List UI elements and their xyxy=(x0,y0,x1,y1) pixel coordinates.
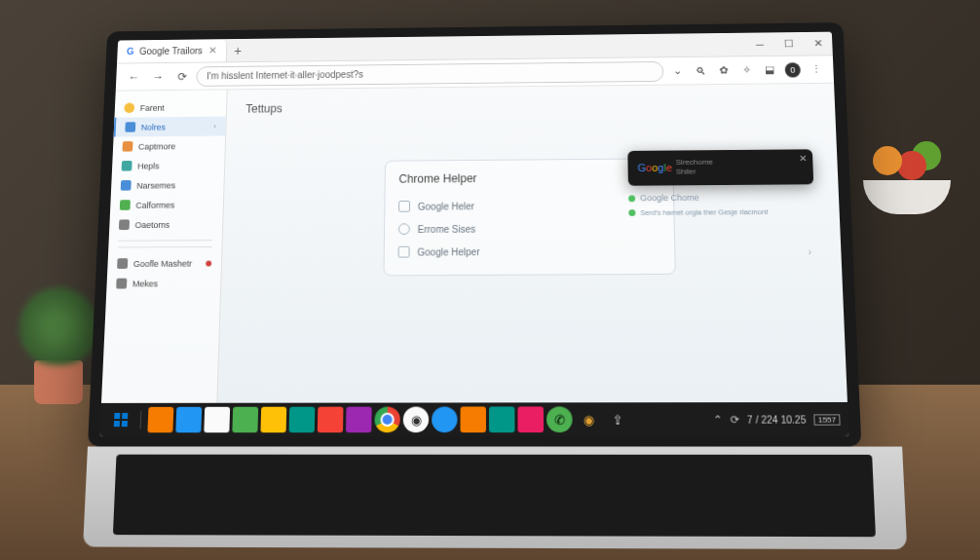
sidebar-item-farent[interactable]: Farent xyxy=(114,97,226,118)
taskbar-app-icon[interactable]: ✆ xyxy=(547,406,573,432)
svg-rect-1 xyxy=(122,413,128,419)
taskbar-app-icon[interactable] xyxy=(460,406,485,432)
download-icon[interactable]: ⬓ xyxy=(760,60,779,79)
extensions-icon[interactable]: ✿ xyxy=(713,61,733,80)
taskbar-app-icon[interactable] xyxy=(346,407,372,433)
sidebar-item-goofle mashetr[interactable]: Goofle Mashetr xyxy=(107,253,221,274)
profile-avatar[interactable]: 0 xyxy=(782,60,803,79)
notification-toast: ✕ Google SlrechomeShiler xyxy=(627,149,813,186)
main-panel: Tettups Chrome Helper Google HelerErrome… xyxy=(217,84,848,403)
sidebar-item-calformes[interactable]: Calformes xyxy=(110,195,223,215)
status-dot-icon xyxy=(628,209,635,216)
menu-icon[interactable]: ⋮ xyxy=(806,60,826,79)
taskbar-app-icon[interactable] xyxy=(289,407,316,432)
svg-rect-0 xyxy=(114,413,120,419)
sidebar-label: Captmore xyxy=(138,141,175,151)
sidebar-icon xyxy=(124,102,134,112)
chrome-icon[interactable] xyxy=(374,407,400,433)
list-item-label: Google Helper xyxy=(417,246,479,257)
sidebar-icon xyxy=(120,200,131,210)
sidebar-item-mekes[interactable]: Mekes xyxy=(106,273,220,293)
list-item-label: Errome Sises xyxy=(418,223,476,234)
taskbar-app-icon[interactable]: ◉ xyxy=(575,406,601,432)
taskbar-clock[interactable]: 7 / 224 10.25 xyxy=(747,414,807,425)
battery-indicator[interactable]: 1557 xyxy=(813,414,840,425)
address-bar[interactable]: I'm hisslent Internet·it·aller·joodpest?… xyxy=(196,60,663,86)
address-text: I'm hisslent Internet·it·aller·joodpest?… xyxy=(207,69,363,81)
status-dot-icon xyxy=(628,195,635,202)
maximize-button[interactable]: ☐ xyxy=(774,32,805,56)
tab-favicon: G xyxy=(127,47,134,56)
new-tab-button[interactable]: + xyxy=(226,43,249,57)
sidebar-item-oaetoms[interactable]: Oaetoms xyxy=(109,214,223,235)
sidebar-icon xyxy=(125,122,135,131)
sidebar-item-captmore[interactable]: Captmore xyxy=(113,135,226,156)
list-item-label: Google Heler xyxy=(418,201,474,211)
sidebar-label: Calformes xyxy=(135,200,174,209)
settings-sidebar: FarentNolres›CaptmoreHeplsNarsemesCalfor… xyxy=(101,90,228,403)
taskbar-app-icon[interactable] xyxy=(232,407,258,432)
sync-icon[interactable]: ⟳ xyxy=(730,413,739,426)
sidebar-icon xyxy=(117,258,128,269)
windows-taskbar: ◉ ✆ ◉ ⇪ ⌃ ⟳ 7 / 224 10.25 1557 xyxy=(99,402,848,436)
sidebar-label: Farent xyxy=(140,103,165,113)
sidebar-icon xyxy=(116,279,127,289)
browser-tab[interactable]: G Google Trailors ✕ xyxy=(117,39,227,62)
card-title: Chrome Helper xyxy=(398,170,659,186)
taskbar-app-icon[interactable] xyxy=(432,407,457,433)
sidebar-item-hepls[interactable]: Hepls xyxy=(112,155,225,175)
minimize-button[interactable]: ─ xyxy=(745,32,774,56)
sidebar-icon xyxy=(122,161,132,171)
reload-button[interactable]: ⟳ xyxy=(171,66,193,87)
caret-down-icon[interactable]: ⌄ xyxy=(667,61,687,80)
chevron-right-icon[interactable]: › xyxy=(808,246,811,257)
sidebar-item-nolres[interactable]: Nolres› xyxy=(114,117,226,137)
sidebar-item-narsemes[interactable]: Narsemes xyxy=(111,175,224,196)
share-icon[interactable]: ⇪ xyxy=(604,406,630,432)
card-list-item[interactable]: Google Heler xyxy=(398,193,660,217)
sidebar-label: Goofle Mashetr xyxy=(133,258,193,268)
sidebar-label: Hepls xyxy=(137,161,160,170)
bookmark-icon[interactable]: ✧ xyxy=(736,60,756,79)
notification-secondary: Google Chome Serd's hamet orgla ther Ges… xyxy=(628,189,815,220)
google-logo: Google SlrechomeShiler xyxy=(637,158,713,176)
search-icon[interactable]: 🔍︎ xyxy=(691,61,710,80)
back-button[interactable]: ← xyxy=(124,67,145,88)
forward-button[interactable]: → xyxy=(147,66,169,87)
list-item-icon xyxy=(398,201,410,212)
taskbar-app-icon[interactable] xyxy=(204,407,230,432)
taskbar-app-icon[interactable] xyxy=(147,407,173,432)
taskbar-app-icon[interactable] xyxy=(489,406,514,432)
notification-dot-icon xyxy=(206,260,211,266)
sidebar-icon xyxy=(121,180,132,191)
close-window-button[interactable]: ✕ xyxy=(803,32,833,56)
tray-chevron-icon[interactable]: ⌃ xyxy=(713,413,723,426)
sidebar-label: Narsemes xyxy=(136,180,175,190)
tab-title: Google Trailors xyxy=(139,46,203,56)
card-list-item[interactable]: Google Helper xyxy=(398,239,661,263)
taskbar-app-icon[interactable]: ◉ xyxy=(403,407,430,433)
chevron-right-icon: › xyxy=(213,122,216,131)
list-item-icon xyxy=(398,246,410,258)
sidebar-label: Mekes xyxy=(132,279,158,288)
taskbar-app-icon[interactable] xyxy=(260,407,286,432)
sidebar-label: Nolres xyxy=(141,122,166,131)
sidebar-label: Oaetoms xyxy=(134,220,170,230)
sidebar-icon xyxy=(119,219,130,230)
close-notification-icon[interactable]: ✕ xyxy=(799,153,807,164)
start-button[interactable] xyxy=(108,407,134,432)
list-item-icon xyxy=(398,223,410,235)
page-title: Tettups xyxy=(245,96,815,115)
close-tab-icon[interactable]: ✕ xyxy=(207,45,216,56)
svg-rect-3 xyxy=(122,421,128,427)
sidebar-icon xyxy=(122,141,132,152)
taskbar-app-icon[interactable] xyxy=(517,406,544,432)
taskbar-app-icon[interactable] xyxy=(175,407,202,432)
svg-rect-2 xyxy=(114,421,120,427)
card-list-item[interactable]: Errome Sises xyxy=(398,216,660,241)
taskbar-app-icon[interactable] xyxy=(318,407,344,433)
